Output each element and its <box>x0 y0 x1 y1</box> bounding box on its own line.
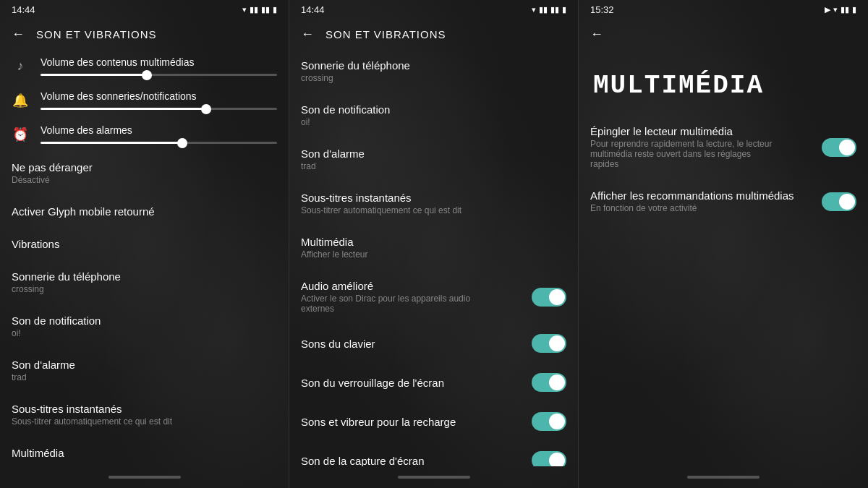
toggle-switch[interactable] <box>532 373 566 392</box>
setting-item[interactable]: Multimédia <box>0 437 289 466</box>
setting-item[interactable]: MultimédiaAfficher le lecteur <box>289 226 578 270</box>
back-button-3[interactable]: ← <box>590 27 603 42</box>
setting-item[interactable]: Son de notificationoi! <box>0 304 289 348</box>
toggle-item[interactable]: Sons et vibreur pour la recharge <box>289 402 578 441</box>
status-bar-2: 14:44 ▾ ▮▮ ▮▮ ▮ <box>289 0 578 20</box>
setting-item[interactable]: Son de notificationoi! <box>289 93 578 137</box>
signal-icon-3: ▮▮ <box>841 5 849 14</box>
toggle-subtitle: Activer le son Dirac pour les appareils … <box>301 294 489 314</box>
toggle-subtitle: Pour reprendre rapidement la lecture, le… <box>590 139 778 169</box>
slider-track[interactable] <box>41 74 277 76</box>
slider-thumb[interactable] <box>142 70 152 80</box>
volume-label: Volume des alarmes <box>41 124 277 136</box>
toggle-item[interactable]: Sons du clavier <box>289 324 578 363</box>
panel-1: 14:44 ▾ ▮▮ ▮▮ ▮ ← SON ET VIBRATIONS ♪Vol… <box>0 0 289 488</box>
toggle-title: Épingler le lecteur multimédia <box>590 125 822 137</box>
toggle-knob <box>549 453 565 466</box>
toggle-label-area: Sons et vibreur pour la recharge <box>301 416 532 428</box>
slider-thumb[interactable] <box>177 138 187 148</box>
volume-icon: ⏰ <box>12 127 29 142</box>
app-bar-title-1: SON ET VIBRATIONS <box>36 28 156 40</box>
setting-item[interactable]: Ne pas dérangerDésactivé <box>0 151 289 195</box>
app-bar-3: ← <box>579 20 868 49</box>
volume-item[interactable]: 🔔Volume des sonneries/notifications <box>0 83 289 117</box>
cast-icon: ▶ <box>825 5 830 14</box>
signal-icon: ▮▮ <box>250 5 258 14</box>
toggle-subtitle: En fonction de votre activité <box>590 203 778 213</box>
setting-item-subtitle: Sous-titrer automatiquement ce qui est d… <box>301 205 566 215</box>
slider-fill <box>41 142 182 144</box>
toggle-switch[interactable] <box>822 192 856 211</box>
toggle-item[interactable]: Son du verrouillage de l'écran <box>289 363 578 402</box>
setting-item[interactable]: Activer Glyph mobile retourné <box>0 195 289 228</box>
setting-item[interactable]: Sous-titres instantanésSous-titrer autom… <box>289 181 578 226</box>
status-icons-2: ▾ ▮▮ ▮▮ ▮ <box>532 5 566 14</box>
toggle-switch[interactable] <box>822 138 856 157</box>
status-icons-3: ▶ ▾ ▮▮ ▮ <box>825 5 856 14</box>
status-time-2: 14:44 <box>301 4 325 15</box>
toggle-item[interactable]: Son de la capture d'écran <box>289 441 578 466</box>
volume-control: Volume des contenus multimédias <box>41 56 277 76</box>
setting-item-subtitle: trad <box>301 161 566 171</box>
toggle-label-area: Audio amélioréActiver le son Dirac pour … <box>301 280 532 314</box>
slider-track[interactable] <box>41 142 277 144</box>
toggle-title: Son du verrouillage de l'écran <box>301 377 532 389</box>
signal-icon-2: ▮▮ <box>539 5 548 14</box>
setting-item-title: Sous-titres instantanés <box>12 403 277 415</box>
slider-fill <box>41 108 206 110</box>
slider-thumb[interactable] <box>201 104 211 114</box>
panel-2: 14:44 ▾ ▮▮ ▮▮ ▮ ← SON ET VIBRATIONS Sonn… <box>289 0 579 488</box>
setting-item-subtitle: oi! <box>301 117 566 127</box>
back-button-1[interactable]: ← <box>12 27 25 42</box>
setting-item-title: Multimédia <box>12 447 277 459</box>
toggle-label-area: Sons du clavier <box>301 338 532 350</box>
toggle-item[interactable]: Audio amélioréActiver le son Dirac pour … <box>289 270 578 324</box>
setting-item[interactable]: Sonnerie du téléphonecrossing <box>289 49 578 93</box>
setting-item[interactable]: Vibrations <box>0 228 289 260</box>
setting-item[interactable]: Son d'alarmetrad <box>0 348 289 393</box>
app-bar-2: ← SON ET VIBRATIONS <box>289 20 578 49</box>
battery-icon: ▮ <box>273 5 277 14</box>
battery-icon-2: ▮ <box>562 5 566 14</box>
toggle-knob <box>549 335 565 351</box>
nav-bar-2 <box>289 466 578 488</box>
toggle-switch[interactable] <box>532 451 566 466</box>
app-bar-1: ← SON ET VIBRATIONS <box>0 20 289 49</box>
setting-item-subtitle: oi! <box>12 328 277 338</box>
back-button-2[interactable]: ← <box>301 27 314 42</box>
toggle-item[interactable]: Épingler le lecteur multimédiaPour repre… <box>579 115 868 179</box>
toggle-title: Sons du clavier <box>301 338 532 350</box>
volume-control: Volume des alarmes <box>41 124 277 144</box>
volume-icon: 🔔 <box>12 93 29 108</box>
toggle-switch[interactable] <box>532 412 566 431</box>
settings-list-2: Sonnerie du téléphonecrossingSon de noti… <box>289 49 578 466</box>
toggle-switch[interactable] <box>532 288 566 307</box>
setting-item[interactable]: Sonnerie du téléphonecrossing <box>0 260 289 304</box>
toggle-item[interactable]: Afficher les recommandations multimédias… <box>579 179 868 223</box>
setting-item-subtitle: crossing <box>12 284 277 294</box>
status-time-1: 14:44 <box>12 4 35 15</box>
setting-item[interactable]: Son d'alarmetrad <box>289 137 578 181</box>
volume-item[interactable]: ⏰Volume des alarmes <box>0 117 289 151</box>
status-bar-1: 14:44 ▾ ▮▮ ▮▮ ▮ <box>0 0 289 20</box>
setting-item[interactable]: Sous-titres instantanésSous-titrer autom… <box>0 393 289 437</box>
nav-pill-1 <box>109 476 181 479</box>
multimedia-title: MULTIMÉDIA <box>579 49 868 115</box>
wifi-icon: ▾ <box>242 5 247 14</box>
setting-item-title: Son de notification <box>12 314 277 327</box>
volume-item[interactable]: ♪Volume des contenus multimédias <box>0 49 289 83</box>
setting-item-title: Son d'alarme <box>12 359 277 371</box>
slider-track[interactable] <box>41 108 277 110</box>
volume-icon: ♪ <box>12 59 29 74</box>
toggle-label-area: Épingler le lecteur multimédiaPour repre… <box>590 125 822 169</box>
nav-bar-3 <box>579 466 868 488</box>
setting-item-subtitle: Afficher le lecteur <box>301 249 566 260</box>
nav-bar-1 <box>0 466 289 488</box>
app-bar-title-2: SON ET VIBRATIONS <box>326 28 446 40</box>
battery-icon-3: ▮ <box>852 5 856 14</box>
setting-item-title: Ne pas déranger <box>12 161 277 174</box>
toggle-switch[interactable] <box>532 334 566 353</box>
setting-item-title: Son d'alarme <box>301 147 566 160</box>
volume-control: Volume des sonneries/notifications <box>41 90 277 110</box>
setting-item-subtitle: trad <box>12 372 277 382</box>
